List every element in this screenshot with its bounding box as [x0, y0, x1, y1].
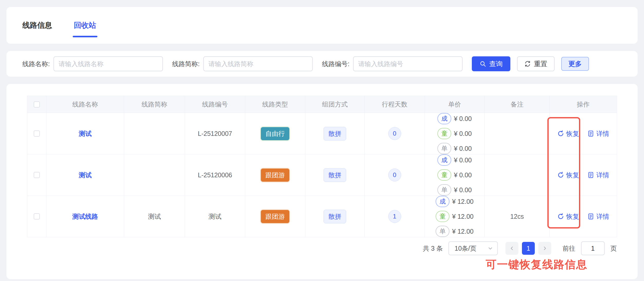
adult-price: ¥ 0.00 — [454, 156, 472, 164]
line-name-link[interactable]: 测试 — [79, 171, 92, 179]
detail-link[interactable]: 详情 — [587, 212, 609, 221]
child-price: ¥ 12.00 — [452, 213, 473, 220]
header-short-name: 线路简称 — [124, 96, 185, 113]
tabs-bar: 线路信息 回收站 — [6, 7, 638, 44]
remark-cell: 12cs — [485, 196, 550, 237]
adult-price-pill: 成 — [437, 154, 451, 166]
goto-page-input[interactable] — [581, 241, 605, 255]
line-name-input[interactable] — [53, 56, 163, 71]
restore-icon — [557, 213, 564, 220]
next-page-button[interactable] — [538, 242, 551, 255]
group-mode-tag: 散拼 — [324, 127, 346, 140]
line-type-tag: 自由行 — [261, 127, 289, 140]
header-line-type: 线路类型 — [245, 96, 305, 113]
tab-recycle-bin[interactable]: 回收站 — [74, 20, 96, 31]
chevron-left-icon — [509, 245, 515, 251]
row-actions: 恢复 详情 — [550, 129, 617, 138]
pagination: 共 3 条 10条/页 1 — [423, 241, 617, 255]
line-code-label: 线路编号: — [322, 60, 349, 68]
current-page-button[interactable]: 1 — [522, 242, 535, 255]
goto-label: 前往 — [563, 244, 575, 253]
short-name-cell — [124, 154, 185, 196]
restore-icon — [557, 172, 564, 178]
adult-price-pill: 成 — [437, 113, 451, 124]
chevron-down-icon — [487, 245, 493, 251]
row-actions: 恢复 详情 — [550, 212, 617, 221]
line-code-cell: 测试 — [185, 196, 245, 237]
single-price-pill: 单 — [437, 143, 451, 154]
line-name-label: 线路名称: — [22, 60, 50, 68]
child-price-pill: 童 — [437, 169, 451, 181]
line-name-link[interactable]: 测试线路 — [72, 213, 98, 220]
lines-table: 线路名称 线路简称 线路编号 线路类型 组团方式 行程天数 单价 备注 操作 — [27, 96, 617, 237]
line-short-name-label: 线路简称: — [172, 60, 200, 68]
header-line-name: 线路名称 — [47, 96, 124, 113]
line-code-cell: L-25120007 — [185, 113, 245, 154]
detail-link[interactable]: 详情 — [587, 171, 609, 179]
row-checkbox[interactable] — [34, 130, 40, 137]
tab-line-info[interactable]: 线路信息 — [22, 20, 52, 31]
header-remark: 备注 — [485, 96, 550, 113]
single-price: ¥ 12.00 — [452, 228, 473, 235]
total-count: 共 3 条 — [423, 244, 443, 253]
search-bar: 线路名称: 线路简称: 线路编号: 查询 — [6, 51, 638, 77]
header-unit-price: 单价 — [425, 96, 485, 113]
table-row: 测试 L-25120007 自由行 散拼 0 成¥ 0.00 童¥ 0.00 单… — [27, 113, 617, 154]
restore-link[interactable]: 恢复 — [557, 171, 579, 179]
remark-cell — [485, 154, 550, 196]
header-trip-days: 行程天数 — [365, 96, 425, 113]
restore-link[interactable]: 恢复 — [557, 212, 579, 221]
price-list: 成¥ 0.00 童¥ 0.00 单¥ 0.00 — [425, 113, 484, 154]
child-price-pill: 童 — [436, 211, 449, 222]
line-name-link[interactable]: 测试 — [79, 130, 92, 137]
page-unit-label: 页 — [610, 244, 617, 253]
page-size-select[interactable]: 10条/页 — [448, 241, 498, 255]
more-button[interactable]: 更多 — [561, 57, 589, 71]
recycle-bin-page: 线路信息 回收站 线路名称: 线路简称: 线路编号: 查询 — [0, 0, 644, 281]
adult-price: ¥ 12.00 — [452, 198, 473, 205]
header-operations: 操作 — [550, 96, 617, 113]
restore-icon — [557, 130, 564, 137]
line-code-input[interactable] — [353, 56, 463, 71]
group-mode-tag: 散拼 — [324, 168, 346, 182]
row-checkbox[interactable] — [34, 172, 40, 178]
detail-link[interactable]: 详情 — [587, 129, 609, 138]
line-type-tag: 跟团游 — [261, 210, 289, 223]
line-type-tag: 跟团游 — [261, 169, 289, 182]
child-price: ¥ 0.00 — [454, 171, 472, 179]
reset-button[interactable]: 重置 — [517, 56, 555, 71]
single-price-pill: 单 — [437, 184, 451, 196]
child-price-pill: 童 — [437, 128, 451, 139]
query-button[interactable]: 查询 — [472, 56, 510, 71]
table-card: 线路名称 线路简称 线路编号 线路类型 组团方式 行程天数 单价 备注 操作 — [6, 84, 638, 279]
document-icon — [587, 213, 594, 220]
document-icon — [587, 172, 594, 178]
line-code-cell: L-25120006 — [185, 154, 245, 196]
single-price-pill: 单 — [436, 226, 449, 237]
refresh-icon — [524, 60, 531, 67]
annotation-text: 可一键恢复线路信息 — [486, 257, 587, 272]
child-price: ¥ 0.00 — [454, 130, 472, 137]
chevron-right-icon — [542, 245, 548, 251]
price-list: 成¥ 12.00 童¥ 12.00 单¥ 12.00 — [425, 196, 484, 237]
page-buttons: 1 — [505, 242, 551, 255]
short-name-cell — [124, 113, 185, 154]
table-header-row: 线路名称 线路简称 线路编号 线路类型 组团方式 行程天数 单价 备注 操作 — [27, 96, 617, 113]
table-wrap: 线路名称 线路简称 线路编号 线路类型 组团方式 行程天数 单价 备注 操作 — [27, 96, 638, 237]
restore-link[interactable]: 恢复 — [557, 129, 579, 138]
header-line-code: 线路编号 — [185, 96, 245, 113]
single-price: ¥ 0.00 — [454, 186, 472, 194]
prev-page-button[interactable] — [505, 242, 518, 255]
line-short-name-input[interactable] — [203, 56, 313, 71]
field-line-short-name: 线路简称: — [172, 56, 313, 71]
select-all-checkbox[interactable] — [34, 101, 40, 108]
single-price: ¥ 0.00 — [454, 145, 472, 152]
search-buttons: 查询 重置 更多 — [472, 56, 589, 71]
document-icon — [587, 130, 594, 137]
remark-cell — [485, 113, 550, 154]
trip-days-badge: 0 — [388, 127, 401, 140]
short-name-cell: 测试 — [124, 196, 185, 237]
table-row: 测试线路 测试 测试 跟团游 散拼 1 成¥ 12.00 童¥ 12.00 单¥… — [27, 196, 617, 237]
row-checkbox[interactable] — [34, 213, 40, 219]
group-mode-tag: 散拼 — [324, 210, 346, 223]
